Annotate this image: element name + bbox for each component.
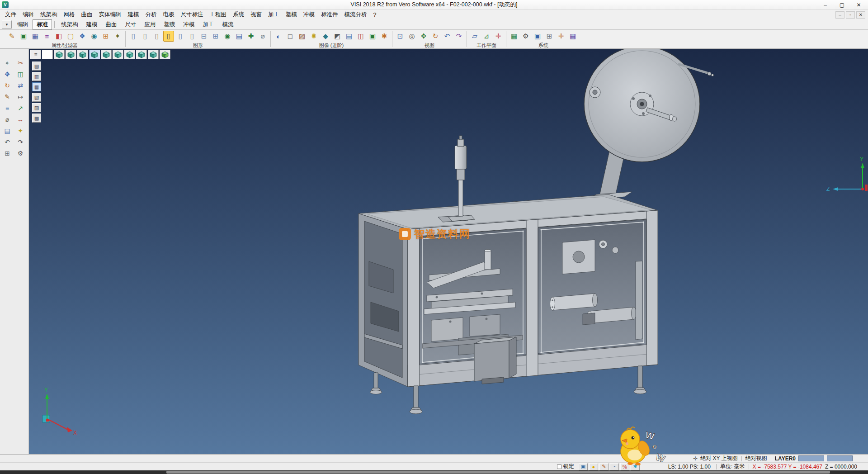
workplane-origin-icon[interactable]: ✛ xyxy=(493,31,504,42)
viewport-3d[interactable]: Y X Y Z ≡ xyxy=(29,49,868,454)
dimension-tool-icon[interactable]: ↔ xyxy=(15,114,26,124)
copy-tool-icon[interactable]: ◫ xyxy=(15,69,26,79)
menu-item-2[interactable]: 编辑 xyxy=(19,10,37,19)
texture-icon[interactable]: ▨ xyxy=(297,31,307,42)
cylinder-icon[interactable]: ▯ xyxy=(151,31,162,42)
section-view-icon[interactable]: ◫ xyxy=(355,31,366,42)
rotate-view-icon[interactable]: ↻ xyxy=(430,31,441,42)
menu-item-13[interactable]: 视窗 xyxy=(247,10,265,19)
menu-item-11[interactable]: 工程图 xyxy=(207,10,230,19)
view-axonometric-button[interactable] xyxy=(148,50,159,59)
alert-status-icon[interactable]: ● xyxy=(589,463,598,470)
settings-icon[interactable]: ⚙ xyxy=(15,148,26,158)
menu-item-8[interactable]: 分析 xyxy=(142,10,160,19)
menu-item-15[interactable]: 塑模 xyxy=(283,10,300,19)
grid-icon[interactable]: ⊞ xyxy=(544,31,555,42)
menu-item-7[interactable]: 建模 xyxy=(125,10,142,19)
element-filter-icon[interactable]: ▢ xyxy=(65,31,76,42)
menu-item-19[interactable]: ? xyxy=(370,11,380,19)
background-icon[interactable]: ▤ xyxy=(344,31,354,42)
edit-status-icon[interactable]: ✎ xyxy=(599,463,609,470)
menu-item-10[interactable]: 尺寸标注 xyxy=(178,10,207,19)
system-settings-icon[interactable]: ⚙ xyxy=(520,31,531,42)
image-capture-icon[interactable]: ▣ xyxy=(367,31,378,42)
chamfer-icon[interactable]: ⌀ xyxy=(257,31,268,42)
layers-icon[interactable]: ▦ xyxy=(509,31,519,42)
percent-status-icon[interactable]: % xyxy=(620,463,629,470)
active-layer-label[interactable]: LAYER0 xyxy=(775,455,796,462)
dynamic-view-icon[interactable]: ↷ xyxy=(453,31,464,42)
calculator-icon[interactable]: ▦ xyxy=(567,31,578,42)
workplane-align-icon[interactable]: ⊿ xyxy=(481,31,492,42)
snap-icon[interactable]: ✛ xyxy=(556,31,566,42)
maximize-button[interactable]: ▢ xyxy=(834,0,850,10)
previous-view-icon[interactable]: ↶ xyxy=(442,31,453,42)
menu-item-3[interactable]: 线架构 xyxy=(37,10,61,19)
menu-item-4[interactable]: 网格 xyxy=(61,10,78,19)
display-mode-5-button[interactable]: ▨ xyxy=(32,103,41,112)
group-filter-icon[interactable]: ⊞ xyxy=(100,31,111,42)
menu-item-16[interactable]: 冲模 xyxy=(300,10,318,19)
tab-建模[interactable]: 建模 xyxy=(82,19,102,30)
view-iso-button[interactable] xyxy=(54,50,65,59)
grid-toggle-icon[interactable]: ⊞ xyxy=(2,148,13,158)
menu-item-18[interactable]: 模流分析 xyxy=(341,10,370,19)
tab-冲模[interactable]: 冲模 xyxy=(179,19,199,30)
view-shaded-iso-button[interactable] xyxy=(160,50,170,59)
tab-dropdown-button[interactable]: ▼ xyxy=(2,20,12,28)
tab-模流[interactable]: 模流 xyxy=(218,19,238,30)
menu-item-9[interactable]: 电极 xyxy=(160,10,178,19)
lock-checkbox[interactable] xyxy=(557,465,561,469)
view-back-button[interactable] xyxy=(113,50,123,59)
menu-item-1[interactable]: 文件 xyxy=(2,10,19,19)
lock-toggle[interactable]: 锁定 xyxy=(557,463,574,470)
undo-icon[interactable]: ↶ xyxy=(2,137,13,147)
display-mode-6-button[interactable]: ▩ xyxy=(32,114,41,123)
mdi-close-button[interactable]: ✕ xyxy=(856,11,865,19)
monitor-status-icon[interactable]: ▣ xyxy=(579,463,588,470)
redo-icon[interactable]: ↷ xyxy=(15,137,26,147)
mask-filter-icon[interactable]: ◧ xyxy=(53,31,64,42)
mirror-tool-icon[interactable]: ⇄ xyxy=(15,81,26,90)
menu-item-6[interactable]: 实体编辑 xyxy=(96,10,125,19)
display-settings-icon[interactable]: ▣ xyxy=(532,31,543,42)
selection-filter-icon[interactable]: ❖ xyxy=(77,31,88,42)
select-tool-icon[interactable]: ⌖ xyxy=(2,58,13,68)
close-button[interactable]: ✕ xyxy=(850,0,867,10)
display-mode-4-button[interactable]: ▧ xyxy=(32,93,41,102)
cone-icon[interactable]: ▯ xyxy=(187,31,198,42)
view-blank-button[interactable] xyxy=(42,50,53,59)
tab-尺寸[interactable]: 尺寸 xyxy=(121,19,141,30)
tab-编辑[interactable]: 编辑 xyxy=(13,19,33,30)
display-mode-3-button[interactable]: ▦ xyxy=(32,82,41,91)
attribute-brush-icon[interactable]: ✎ xyxy=(6,31,17,42)
offset-tool-icon[interactable]: ≡ xyxy=(2,103,13,113)
boolean-subtract-icon[interactable]: ⊟ xyxy=(198,31,209,42)
mdi-restore-button[interactable]: ▫ xyxy=(846,11,855,19)
scale-tool-icon[interactable]: ↗ xyxy=(15,103,26,113)
advanced-render-icon[interactable]: ✱ xyxy=(379,31,390,42)
mdi-minimize-button[interactable]: – xyxy=(835,11,844,19)
menu-item-12[interactable]: 系统 xyxy=(230,10,247,19)
material-icon[interactable]: ◆ xyxy=(320,31,331,42)
view-top-button[interactable] xyxy=(66,50,76,59)
boolean-union-icon[interactable]: ⊞ xyxy=(210,31,221,42)
menu-item-14[interactable]: 加工 xyxy=(265,10,283,19)
line-style-icon[interactable]: ≡ xyxy=(42,31,52,42)
tab-塑膜[interactable]: 塑膜 xyxy=(160,19,179,30)
render-shaded-icon[interactable]: ◐ xyxy=(273,31,284,42)
fillet-icon[interactable]: ✚ xyxy=(245,31,256,42)
menu-item-5[interactable]: 曲面 xyxy=(78,10,96,19)
cut-tool-icon[interactable]: ✂ xyxy=(15,58,26,68)
assistant-badge-icon[interactable]: A xyxy=(636,455,642,462)
layer-manager-icon[interactable]: ▤ xyxy=(2,126,13,136)
tab-线架构[interactable]: 线架构 xyxy=(57,19,82,30)
view-orientation-label[interactable]: 绝对 XY 上视图 xyxy=(700,455,737,462)
view-left-button[interactable] xyxy=(101,50,112,59)
pan-icon[interactable]: ✥ xyxy=(418,31,429,42)
shell-icon[interactable]: ▤ xyxy=(234,31,245,42)
zoom-window-icon[interactable]: ◎ xyxy=(406,31,417,42)
snap-status-icon[interactable]: ✱ xyxy=(631,463,640,470)
menu-item-17[interactable]: 标准件 xyxy=(318,10,341,19)
view-front-button[interactable] xyxy=(77,50,88,59)
